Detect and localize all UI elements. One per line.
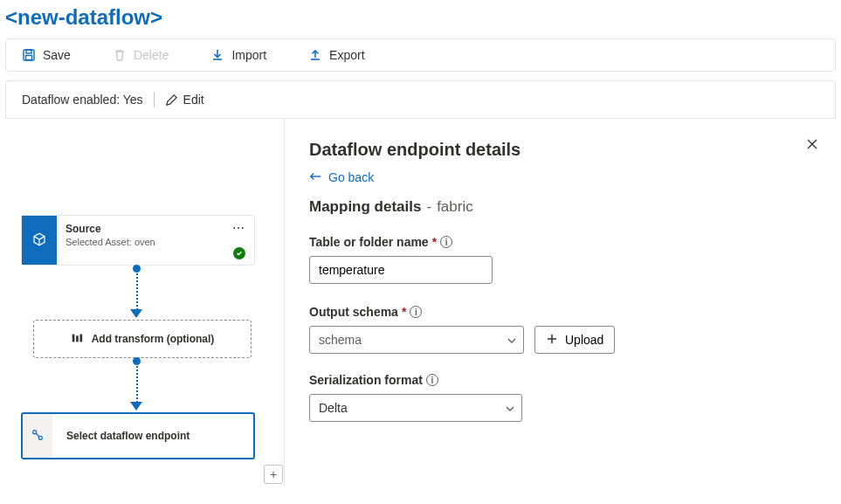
source-subtitle: Selected Asset: oven	[65, 237, 245, 247]
output-schema-select[interactable]: schema	[309, 326, 524, 354]
export-icon	[308, 48, 322, 62]
cube-icon	[31, 231, 47, 250]
svg-rect-2	[26, 56, 32, 60]
output-schema-field: Output schema * i schema	[309, 305, 615, 354]
svg-rect-3	[72, 334, 74, 342]
table-name-input[interactable]	[309, 256, 493, 284]
table-name-field: Table or folder name * i	[309, 235, 493, 284]
output-schema-label: Output schema	[309, 305, 398, 319]
close-icon	[806, 138, 818, 153]
export-button[interactable]: Export	[308, 48, 364, 62]
edit-label: Edit	[183, 93, 204, 107]
source-icon-block	[22, 216, 57, 265]
plus-icon	[546, 333, 558, 348]
import-icon	[210, 48, 224, 62]
edit-button[interactable]: Edit	[165, 93, 204, 107]
serialization-value: Delta	[319, 401, 348, 415]
mapping-header: Mapping details - fabric	[309, 198, 815, 216]
trash-icon	[113, 48, 127, 62]
required-marker: *	[432, 235, 437, 249]
save-button[interactable]: Save	[22, 48, 71, 62]
panel-title: Dataflow endpoint details	[309, 140, 815, 160]
arrow-left-icon	[309, 170, 321, 184]
serialization-label: Serialization format	[309, 373, 423, 387]
endpoint-icon-block	[23, 414, 52, 458]
select-endpoint-label: Select dataflow endpoint	[52, 430, 190, 442]
select-endpoint-node[interactable]: Select dataflow endpoint	[21, 412, 255, 459]
status-bar: Dataflow enabled: Yes Edit	[5, 80, 836, 118]
mapping-dash: -	[426, 198, 431, 216]
info-icon[interactable]: i	[426, 374, 438, 386]
source-title: Source	[65, 223, 245, 235]
dataflow-enabled-status: Dataflow enabled: Yes	[22, 93, 143, 107]
divider	[154, 92, 155, 107]
serialization-field: Serialization format i Delta	[309, 373, 815, 422]
connector-line	[136, 270, 138, 310]
connector-line	[136, 362, 138, 403]
pencil-icon	[165, 93, 178, 107]
svg-rect-1	[26, 50, 31, 53]
serialization-select[interactable]: Delta	[309, 394, 522, 422]
add-transform-label: Add transform (optional)	[92, 333, 215, 345]
export-label: Export	[329, 48, 364, 62]
svg-rect-4	[76, 335, 79, 342]
upload-button[interactable]: Upload	[534, 326, 615, 354]
save-icon	[22, 48, 36, 62]
endpoint-icon	[31, 428, 45, 445]
chevron-down-icon	[505, 403, 515, 413]
save-label: Save	[43, 48, 71, 62]
import-label: Import	[231, 48, 266, 62]
source-body: Source Selected Asset: oven ⋯	[57, 216, 254, 265]
close-button[interactable]	[806, 138, 818, 153]
upload-label: Upload	[565, 333, 603, 347]
go-back-label: Go back	[328, 170, 374, 184]
add-transform-node[interactable]: Add transform (optional)	[33, 320, 252, 358]
connector-arrow-icon	[130, 402, 142, 411]
mapping-label: Mapping details	[309, 198, 421, 216]
flow-canvas: Source Selected Asset: oven ⋯ Add transf…	[5, 119, 285, 487]
check-icon	[233, 247, 245, 259]
svg-rect-5	[79, 334, 82, 342]
mapping-target: fabric	[437, 198, 473, 216]
table-name-label: Table or folder name	[309, 235, 429, 249]
form-row-1: Table or folder name * i Output schema *…	[309, 235, 815, 354]
source-node[interactable]: Source Selected Asset: oven ⋯	[21, 215, 255, 266]
info-icon[interactable]: i	[410, 306, 422, 318]
content-area: Source Selected Asset: oven ⋯ Add transf…	[5, 118, 836, 487]
info-icon[interactable]: i	[440, 236, 452, 248]
required-marker: *	[402, 305, 406, 319]
connector-arrow-icon	[130, 309, 142, 318]
output-schema-placeholder: schema	[319, 333, 362, 347]
transform-icon	[71, 332, 83, 347]
chevron-down-icon	[507, 335, 517, 345]
delete-button: Delete	[113, 48, 169, 62]
page-title: <new-dataflow>	[0, 0, 841, 38]
import-button[interactable]: Import	[210, 48, 266, 62]
delete-label: Delete	[134, 48, 169, 62]
details-panel: Dataflow endpoint details Go back Mappin…	[285, 119, 836, 487]
go-back-link[interactable]: Go back	[309, 170, 815, 184]
source-more-button[interactable]: ⋯	[232, 221, 245, 235]
toolbar: Save Delete Import Export	[5, 38, 836, 72]
form-row-2: Serialization format i Delta	[309, 373, 815, 422]
plus-icon: +	[270, 467, 277, 481]
add-node-button[interactable]: +	[264, 465, 283, 484]
